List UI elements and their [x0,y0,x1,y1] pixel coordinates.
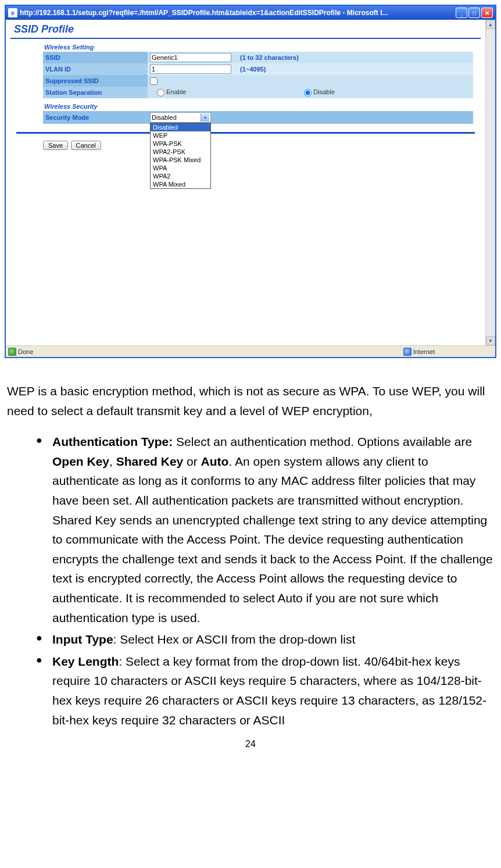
option-wpa-psk[interactable]: WPA-PSK [151,140,210,148]
intro-paragraph: WEP is a basic encryption method, which … [7,381,494,420]
minimize-button[interactable]: _ [456,8,467,18]
section-wireless-setting: Wireless Setting [44,44,481,51]
button-row: Save Cancel [43,140,481,150]
vertical-scrollbar[interactable]: ▲ ▼ [485,20,495,345]
security-mode-label: Security Mode [43,111,148,124]
enable-radio[interactable] [157,89,164,97]
bullet-auth: Authentication Type: Select an authentic… [36,432,494,627]
disable-radio[interactable] [304,89,312,97]
option-wep[interactable]: WEP [151,131,210,140]
bullet-list: Authentication Type: Select an authentic… [7,432,494,730]
browser-window: e http://192.168.1.1/setup.cgi?reqfile=.… [5,5,496,358]
status-right: Internet [403,348,435,356]
bullet-key-length: Key Length: Select a key format from the… [36,652,494,730]
scroll-track[interactable] [486,30,495,335]
bullet-input-type: Input Type: Select Hex or ASCII from the… [36,630,494,649]
station-sep-label: Station Separation [43,87,148,98]
ssid-input[interactable] [150,53,231,62]
enable-option[interactable]: Enable [157,88,186,95]
vlan-field-cell [148,63,238,75]
suppressed-hint [238,75,473,87]
select-collapsed[interactable]: Disabled ▾ [150,112,211,123]
ssid-label: SSID [43,52,148,63]
option-wpa-mixed[interactable]: WPA Mixed [151,180,210,188]
security-mode-select[interactable]: Disabled ▾ Disabled WEP WPA-PSK WPA2-PSK… [150,112,211,123]
row-station-separation: Station Separation Enable Disable [43,87,473,98]
suppressed-checkbox[interactable] [150,77,158,85]
option-wpa2-psk[interactable]: WPA2-PSK [151,148,210,156]
wireless-setting-table: SSID (1 to 32 characters) VLAN ID (1~409… [43,52,473,98]
content-area: SSID Profile Wireless Setting SSID (1 to… [6,20,485,345]
scroll-up-arrow-icon[interactable]: ▲ [486,20,495,29]
wireless-security-table: Security Mode Disabled ▾ Disabled WEP WP… [43,111,473,124]
security-mode-dropdown: Disabled WEP WPA-PSK WPA2-PSK WPA-PSK Mi… [150,123,211,189]
status-left: Done [8,348,33,356]
close-button[interactable]: ✕ [481,8,493,18]
section-wireless-security: Wireless Security [44,103,481,110]
option-disabled[interactable]: Disabled [151,123,210,131]
page-body: SSID Profile Wireless Setting SSID (1 to… [6,20,495,345]
document-text: WEP is a basic encryption method, which … [0,363,501,730]
ssid-field-cell [148,52,238,63]
row-suppressed: Suppressed SSID [43,75,473,87]
window-buttons: _ □ ✕ [456,8,493,18]
ssid-hint: (1 to 32 characters) [238,52,473,63]
key-length-label: Key Length [52,655,119,668]
input-type-label: Input Type [52,633,113,646]
window-title: http://192.168.1.1/setup.cgi?reqfile=./h… [20,9,456,17]
title-bar: e http://192.168.1.1/setup.cgi?reqfile=.… [6,6,495,20]
auth-label: Authentication Type: [52,435,173,448]
row-ssid: SSID (1 to 32 characters) [43,52,473,63]
horizontal-rule [16,132,475,134]
scroll-down-arrow-icon[interactable]: ▼ [486,336,495,345]
vlan-label: VLAN ID [43,63,148,75]
station-sep-field: Enable Disable [148,87,473,98]
disable-option[interactable]: Disable [304,88,335,95]
selected-value: Disabled [152,114,177,121]
internet-icon [403,348,411,356]
status-done-text: Done [18,348,33,355]
option-wpa[interactable]: WPA [151,164,210,172]
cancel-button[interactable]: Cancel [71,141,101,150]
row-vlan: VLAN ID (1~4095) [43,63,473,75]
suppressed-field-cell [148,75,238,87]
row-security-mode: Security Mode Disabled ▾ Disabled WEP WP… [43,111,473,124]
vlan-hint: (1~4095) [238,63,473,75]
status-internet-text: Internet [413,348,435,355]
page-title: SSID Profile [10,22,481,39]
option-wpa2[interactable]: WPA2 [151,172,210,180]
done-icon [8,348,16,356]
maximize-button[interactable]: □ [468,8,480,18]
status-bar: Done Internet [6,345,495,357]
security-mode-field: Disabled ▾ Disabled WEP WPA-PSK WPA2-PSK… [148,111,473,124]
chevron-down-icon: ▾ [201,113,209,122]
ie-icon: e [8,8,17,17]
save-button[interactable]: Save [43,141,68,150]
page-number: 24 [0,739,501,749]
suppressed-label: Suppressed SSID [43,75,148,87]
option-wpa-psk-mixed[interactable]: WPA-PSK Mixed [151,156,210,164]
vlan-input[interactable] [150,65,231,74]
